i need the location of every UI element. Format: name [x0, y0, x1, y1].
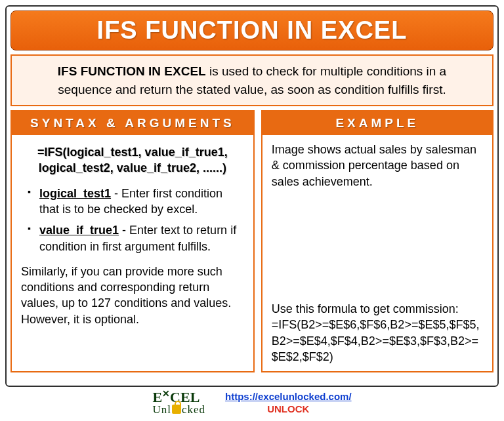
argument-name: logical_test1 — [39, 187, 111, 200]
footer: E✕CEL Unlcked https://excelunlocked.com/… — [5, 388, 499, 417]
syntax-formula: =IFS(logical_test1, value_if_true1, logi… — [21, 142, 244, 186]
example-formula-block: Use this formula to get commission: =IFS… — [272, 301, 483, 365]
example-heading: EXAMPLE — [262, 111, 492, 135]
footer-url[interactable]: https://excelunlocked.com/ — [225, 391, 352, 402]
argument-name: value_if_true1 — [39, 224, 119, 237]
example-intro: Image shows actual sales by salesman & c… — [272, 142, 483, 190]
example-formula: =IFS(B2>=$E$6,$F$6,B2>=$E$5,$F$5,B2>=$E$… — [272, 317, 483, 365]
example-column: EXAMPLE Image shows actual sales by sale… — [261, 110, 494, 372]
example-body: Image shows actual sales by salesman & c… — [262, 135, 492, 371]
argument-item: logical_test1 - Enter first condition th… — [28, 186, 244, 218]
syntax-note: Similarly, if you can provide more such … — [21, 264, 244, 327]
brand-logo: E✕CEL Unlcked — [152, 390, 205, 414]
footer-unlock: UNLOCK — [225, 403, 352, 414]
intro-box: IFS FUNCTION IN EXCEL is used to check f… — [10, 54, 494, 106]
intro-lead: IFS FUNCTION IN EXCEL — [58, 64, 206, 78]
main-title: IFS FUNCTION IN EXCEL — [10, 10, 494, 50]
columns: SYNTAX & ARGUMENTS =IFS(logical_test1, v… — [10, 110, 494, 372]
syntax-body: =IFS(logical_test1, value_if_true1, logi… — [12, 135, 253, 371]
footer-links: https://excelunlocked.com/ UNLOCK — [225, 391, 352, 414]
infographic-frame: IFS FUNCTION IN EXCEL IFS FUNCTION IN EX… — [5, 5, 499, 387]
syntax-heading: SYNTAX & ARGUMENTS — [12, 111, 253, 135]
syntax-column: SYNTAX & ARGUMENTS =IFS(logical_test1, v… — [10, 110, 255, 372]
argument-list: logical_test1 - Enter first condition th… — [21, 186, 244, 254]
example-formula-label: Use this formula to get commission: — [272, 301, 483, 317]
argument-item: value_if_true1 - Enter text to return if… — [28, 222, 244, 254]
logo-sub: Unlcked — [152, 404, 205, 414]
title-text: IFS FUNCTION IN EXCEL — [97, 16, 408, 44]
lock-icon — [172, 405, 181, 414]
